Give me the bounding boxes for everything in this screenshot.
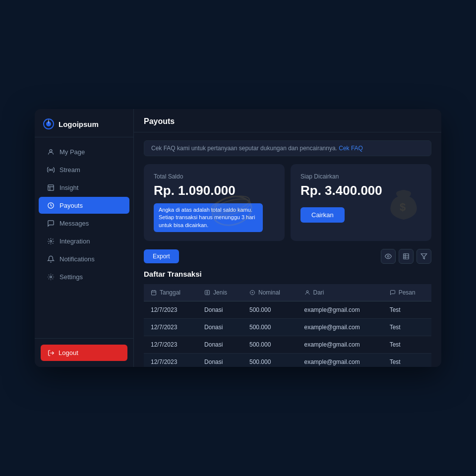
svg-point-3 xyxy=(50,169,52,171)
content-area: Cek FAQ kami untuk pertanyaan seputar du… xyxy=(134,132,441,367)
list-icon xyxy=(204,290,210,296)
sidebar-bottom: Logout xyxy=(35,338,133,367)
sidebar-item-integration[interactable]: Integration xyxy=(39,233,129,249)
cell-pesan: Test xyxy=(383,354,431,367)
sidebar-item-stream[interactable]: Stream xyxy=(39,161,129,178)
insight-icon xyxy=(47,183,55,191)
sidebar-item-settings[interactable]: Settings xyxy=(39,268,129,285)
view-table-button[interactable] xyxy=(399,249,414,264)
svg-point-26 xyxy=(306,291,308,293)
view-filter-button[interactable] xyxy=(416,249,431,264)
page-header: Payouts xyxy=(134,109,441,132)
from-user-icon xyxy=(304,290,310,296)
view-eye-button[interactable] xyxy=(381,249,396,264)
cell-dari: example@gmail.com xyxy=(298,319,383,336)
table-body: 12/7/2023Donasi500.000example@gmail.comT… xyxy=(144,301,431,367)
table-row: 12/7/2023Donasi500.000example@gmail.comT… xyxy=(144,319,431,336)
sidebar-item-label: Notifications xyxy=(60,255,95,263)
view-buttons xyxy=(381,249,431,264)
payouts-icon xyxy=(47,201,55,209)
stream-icon xyxy=(47,166,55,174)
svg-point-2 xyxy=(50,149,52,152)
app-container: Logoipsum My Page Stream xyxy=(35,109,441,367)
th-nominal: Nominal xyxy=(242,284,298,301)
svg-point-6 xyxy=(50,240,52,242)
logout-button[interactable]: Logout xyxy=(41,345,127,361)
cell-pesan: Test xyxy=(383,336,431,354)
table-row: 12/7/2023Donasi500.000example@gmail.comT… xyxy=(144,301,431,319)
toolbar-row: Export xyxy=(144,249,431,264)
cell-tanggal: 12/7/2023 xyxy=(144,354,197,367)
settings-icon xyxy=(47,273,55,281)
siap-dicairkan-label: Siap Dicairkan xyxy=(300,173,421,180)
stats-row: Total Saldo Rp. 1.090.000 Angka di atas … xyxy=(144,164,431,241)
svg-marker-16 xyxy=(421,254,427,259)
cell-nominal: 500.000 xyxy=(242,319,298,336)
sidebar-item-insight[interactable]: Insight xyxy=(39,179,129,196)
siap-dicairkan-value: Rp. 3.400.000 xyxy=(300,183,421,198)
info-text: Cek FAQ kami untuk pertanyaan seputar du… xyxy=(151,145,337,152)
logo-text: Logoipsum xyxy=(59,120,99,128)
cell-pesan: Test xyxy=(383,319,431,336)
sidebar-item-label: My Page xyxy=(60,148,85,156)
faq-link[interactable]: Cek FAQ xyxy=(339,145,363,152)
sidebar-item-my-page[interactable]: My Page xyxy=(39,143,129,160)
messages-icon xyxy=(47,219,55,227)
cell-nominal: 500.000 xyxy=(242,336,298,354)
notifications-icon xyxy=(47,255,55,263)
message-icon xyxy=(390,290,396,296)
sidebar-logo: Logoipsum xyxy=(35,109,133,137)
cell-jenis: Donasi xyxy=(197,336,242,354)
cell-jenis: Donasi xyxy=(197,354,242,367)
cell-dari: example@gmail.com xyxy=(298,354,383,367)
cell-dari: example@gmail.com xyxy=(298,301,383,319)
cell-pesan: Test xyxy=(383,301,431,319)
cell-dari: example@gmail.com xyxy=(298,336,383,354)
table-row: 12/7/2023Donasi500.000example@gmail.comT… xyxy=(144,336,431,354)
sidebar-item-label: Stream xyxy=(60,166,80,174)
th-pesan: Pesan xyxy=(383,284,431,301)
th-tanggal: Tanggal xyxy=(144,284,197,301)
svg-point-14 xyxy=(387,255,389,257)
sidebar-item-messages[interactable]: Messages xyxy=(39,215,129,232)
cell-nominal: 500.000 xyxy=(242,354,298,367)
integration-icon xyxy=(47,237,55,245)
sidebar: Logoipsum My Page Stream xyxy=(35,109,134,367)
sidebar-item-label: Payouts xyxy=(60,202,83,209)
cell-nominal: 500.000 xyxy=(242,301,298,319)
svg-rect-15 xyxy=(404,254,409,259)
cairkan-button[interactable]: Cairkan xyxy=(300,207,345,223)
sidebar-nav: My Page Stream Insight xyxy=(35,137,133,338)
table-header-row: Tanggal Jenis Nominal xyxy=(144,284,431,301)
info-banner: Cek FAQ kami untuk pertanyaan seputar du… xyxy=(144,140,431,156)
calendar-icon xyxy=(151,290,157,296)
transactions-table: Tanggal Jenis Nominal xyxy=(144,284,431,367)
svg-text:$: $ xyxy=(400,201,406,213)
section-title: Daftar Transaksi xyxy=(144,270,431,278)
money-icon xyxy=(249,290,255,296)
main-content: Payouts Cek FAQ kami untuk pertanyaan se… xyxy=(134,109,441,367)
cell-tanggal: 12/7/2023 xyxy=(144,319,197,336)
cell-jenis: Donasi xyxy=(197,301,242,319)
siap-dicairkan-card: Siap Dicairkan Rp. 3.400.000 Cairkan $ xyxy=(291,164,431,241)
total-saldo-desc: Angka di atas adalah total saldo kamu. S… xyxy=(154,203,263,232)
sidebar-item-label: Integration xyxy=(60,238,90,245)
logout-label: Logout xyxy=(59,349,78,357)
logo-icon xyxy=(43,118,55,130)
cell-tanggal: 12/7/2023 xyxy=(144,301,197,319)
sidebar-item-notifications[interactable]: Notifications xyxy=(39,250,129,267)
sidebar-item-label: Messages xyxy=(60,220,89,227)
th-dari: Dari xyxy=(298,284,383,301)
total-saldo-card: Total Saldo Rp. 1.090.000 Angka di atas … xyxy=(144,164,285,241)
page-title: Payouts xyxy=(144,117,431,126)
logout-icon xyxy=(48,350,55,357)
svg-rect-17 xyxy=(152,291,156,295)
sidebar-item-label: Insight xyxy=(60,184,78,191)
export-button[interactable]: Export xyxy=(144,249,179,263)
cell-tanggal: 12/7/2023 xyxy=(144,336,197,354)
sidebar-item-payouts[interactable]: Payouts xyxy=(39,197,129,214)
svg-rect-4 xyxy=(48,184,53,190)
user-icon xyxy=(47,148,55,156)
cell-jenis: Donasi xyxy=(197,319,242,336)
sidebar-item-label: Settings xyxy=(60,273,83,281)
